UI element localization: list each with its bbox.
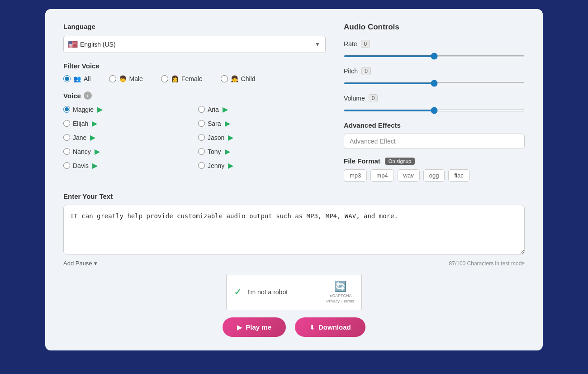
filter-male[interactable]: 👦 Male: [109, 75, 143, 82]
left-column: Language 🇺🇸 English (US) English (UK) Sp…: [63, 23, 326, 186]
format-buttons: mp3 mp4 wav ogg flac: [344, 169, 525, 182]
filter-all-emoji: 👥: [73, 75, 81, 82]
captcha-left: ✓ I'm not a robot: [234, 286, 288, 298]
voice-sara-radio[interactable]: [198, 120, 205, 127]
filter-voice-label: Filter Voice: [63, 62, 326, 70]
voice-elijah[interactable]: Elijah ▶: [63, 119, 189, 128]
voice-elijah-label: Elijah: [73, 120, 88, 127]
voice-section: Voice i Maggie ▶ Aria ▶: [63, 91, 326, 170]
voice-tony-label: Tony: [208, 148, 221, 155]
language-label: Language: [63, 23, 326, 30]
audio-controls-title: Audio Controls: [344, 23, 525, 32]
filter-all-label: All: [84, 75, 91, 82]
captcha-container: ✓ I'm not a robot 🔄 reCAPTCHA Privacy - …: [63, 274, 525, 310]
play-label: Play me: [246, 323, 271, 331]
format-mp3[interactable]: mp3: [344, 169, 367, 182]
voice-jenny-radio[interactable]: [198, 162, 205, 169]
captcha-checkmark: ✓: [234, 286, 242, 298]
filter-female-radio[interactable]: [161, 75, 168, 82]
voice-jane-radio[interactable]: [63, 134, 70, 141]
text-section-label: Enter Your Text: [63, 192, 525, 200]
recaptcha-sub: Privacy - Terms: [326, 299, 354, 303]
text-footer: Add Pause ▾ 87/100 Characters in test mo…: [63, 260, 525, 267]
voice-sara-label: Sara: [208, 120, 221, 127]
signup-badge: On signup: [385, 158, 415, 165]
voice-jason[interactable]: Jason ▶: [198, 133, 324, 142]
language-section: Language 🇺🇸 English (US) English (UK) Sp…: [63, 23, 326, 53]
voice-tony[interactable]: Tony ▶: [198, 147, 324, 156]
char-count: 87/100 Characters in test mode: [449, 260, 525, 267]
play-button[interactable]: ▶ Play me: [223, 317, 286, 337]
voice-davis-radio[interactable]: [63, 162, 70, 169]
filter-all-radio[interactable]: [63, 75, 71, 82]
captcha-box[interactable]: ✓ I'm not a robot 🔄 reCAPTCHA Privacy - …: [226, 274, 362, 310]
text-input[interactable]: It can greatly help provide customizable…: [63, 205, 525, 254]
pitch-label-row: Pitch 0: [344, 67, 525, 75]
rate-group: Rate 0: [344, 40, 525, 59]
voice-aria-play[interactable]: ▶: [223, 105, 228, 114]
voice-davis[interactable]: Davis ▶: [63, 161, 189, 170]
voice-elijah-play[interactable]: ▶: [92, 119, 97, 128]
voice-nancy-radio[interactable]: [63, 148, 70, 155]
voice-maggie-play[interactable]: ▶: [97, 105, 103, 114]
play-icon: ▶: [237, 324, 242, 331]
voice-jane[interactable]: Jane ▶: [63, 133, 189, 142]
voice-jason-label: Jason: [208, 134, 224, 141]
audio-controls-section: Audio Controls Rate 0 Pitch 0: [344, 23, 525, 182]
format-flac[interactable]: flac: [448, 169, 469, 182]
filter-all[interactable]: 👥 All: [63, 75, 91, 82]
add-pause-button[interactable]: Add Pause ▾: [63, 260, 97, 267]
filter-female-label: Female: [181, 75, 203, 82]
voice-jenny-label: Jenny: [208, 162, 224, 169]
voice-nancy-play[interactable]: ▶: [95, 147, 100, 156]
filter-female-emoji: 👩: [171, 75, 179, 82]
voice-nancy-label: Nancy: [73, 148, 91, 155]
filter-child[interactable]: 👧 Child: [221, 75, 256, 82]
format-mp4[interactable]: mp4: [370, 169, 394, 182]
format-ogg[interactable]: ogg: [423, 169, 445, 182]
voice-info-icon[interactable]: i: [84, 91, 92, 100]
voice-elijah-radio[interactable]: [63, 120, 70, 127]
voice-aria-radio[interactable]: [198, 106, 205, 113]
filter-child-radio[interactable]: [221, 75, 228, 82]
format-wav[interactable]: wav: [398, 169, 420, 182]
filter-female[interactable]: 👩 Female: [161, 75, 203, 82]
rate-slider[interactable]: [344, 55, 525, 57]
voice-jason-radio[interactable]: [198, 134, 205, 141]
advanced-effects-section: Advanced Effects Advanced Effect Echo Re…: [344, 121, 525, 149]
voice-maggie[interactable]: Maggie ▶: [63, 105, 189, 114]
voice-tony-play[interactable]: ▶: [225, 147, 230, 156]
voice-sara-play[interactable]: ▶: [225, 119, 230, 128]
recaptcha-icon: 🔄: [334, 281, 346, 292]
add-pause-label: Add Pause: [63, 260, 92, 267]
voice-nancy[interactable]: Nancy ▶: [63, 147, 189, 156]
advanced-effects-title: Advanced Effects: [344, 121, 525, 129]
captcha-logo: 🔄 reCAPTCHA Privacy - Terms: [326, 281, 354, 303]
voice-aria-label: Aria: [208, 106, 219, 113]
download-button[interactable]: ⬇ Download: [295, 317, 365, 337]
voice-aria[interactable]: Aria ▶: [198, 105, 324, 114]
voice-jenny[interactable]: Jenny ▶: [198, 161, 324, 170]
filter-child-emoji: 👧: [231, 75, 238, 82]
language-select[interactable]: English (US) English (UK) Spanish French…: [63, 36, 326, 53]
voice-sara[interactable]: Sara ▶: [198, 119, 324, 128]
voice-maggie-radio[interactable]: [63, 106, 70, 113]
voice-jane-play[interactable]: ▶: [90, 133, 95, 142]
advanced-effects-select[interactable]: Advanced Effect Echo Reverb Robot Whispe…: [344, 134, 525, 149]
rate-label: Rate: [344, 40, 357, 48]
add-pause-chevron: ▾: [94, 260, 97, 267]
voice-jenny-play[interactable]: ▶: [228, 161, 233, 170]
volume-value: 0: [369, 94, 378, 102]
filter-child-label: Child: [241, 75, 256, 82]
filter-male-emoji: 👦: [119, 75, 127, 82]
filter-male-radio[interactable]: [109, 75, 116, 82]
voice-davis-play[interactable]: ▶: [92, 161, 98, 170]
filter-male-label: Male: [129, 75, 143, 82]
volume-slider[interactable]: [344, 110, 525, 111]
pitch-group: Pitch 0: [344, 67, 525, 86]
voice-tony-radio[interactable]: [198, 148, 205, 155]
voice-section-label: Voice: [63, 92, 81, 100]
pitch-slider[interactable]: [344, 82, 525, 84]
voice-jason-play[interactable]: ▶: [228, 133, 233, 142]
pitch-value: 0: [361, 67, 371, 75]
